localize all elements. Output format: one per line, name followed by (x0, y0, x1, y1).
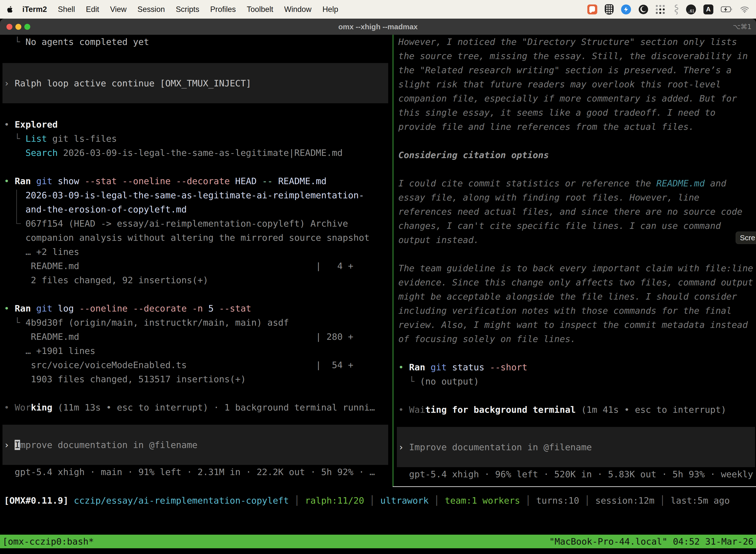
chat-icon[interactable] (587, 4, 597, 14)
apple-logo-icon[interactable] (7, 6, 13, 13)
tmux-status-bar: [omx-cczip0:bash* "MacBook-Pro-44.local"… (0, 535, 756, 548)
prompt-input[interactable]: › Improve documentation in @filename (397, 427, 755, 467)
terminal-line: └ 4b9d30f (origin/main, instructkr/main,… (2, 316, 388, 330)
terminal-line: and-the-erosion-of-copyleft.md (2, 202, 388, 216)
blank-line (397, 388, 755, 403)
terminal-line: src/voice/voiceModeEnabled.ts| 54 + (2, 358, 388, 372)
terminal-line: review. Also, I might want to inspect th… (397, 318, 755, 332)
terminal-line: Search 2026-03-09-is-legal-the-same-as-l… (2, 146, 388, 160)
blank-line (2, 386, 388, 400)
terminal-line: slight risk that future readers may over… (397, 77, 755, 91)
menu-status-icons: ..61 A (587, 4, 749, 15)
menu-item-toolbelt[interactable]: Toolbelt (241, 5, 279, 14)
tmux-session-label: [omx-cczip0:bash* (2, 536, 94, 547)
terminal-line: However, I noticed the "Directory Struct… (397, 35, 755, 49)
menu-item-profiles[interactable]: Profiles (205, 5, 241, 14)
terminal-line: • Ran git log --oneline --decorate -n 5 … (2, 301, 388, 316)
terminal-line: output instead. (397, 233, 755, 247)
prompt-input[interactable]: › Improve documentation in @filename (2, 425, 388, 465)
blank-line (2, 160, 388, 174)
blue-bolt-icon[interactable] (621, 4, 631, 14)
terminal-line: I could cite commit statistics or refere… (397, 176, 755, 190)
menu-item-scripts[interactable]: Scripts (170, 5, 205, 14)
menu-item-view[interactable]: View (105, 5, 132, 14)
window-title: omx --xhigh --madmax (0, 19, 756, 35)
terminal-line: references need actual files, and since … (397, 205, 755, 219)
prompt-input[interactable]: › Ralph loop active continue [OMX_TMUX_I… (2, 63, 388, 103)
menu-item-help[interactable]: Help (317, 5, 344, 14)
window-shortcut-badge: ⌥⌘1 (733, 19, 752, 35)
blank-line (397, 346, 755, 360)
terminal-line: • Working (11m 13s • esc to interrupt) ·… (2, 400, 388, 414)
blank-line (2, 103, 388, 117)
terminal-line: Considering citation options (397, 148, 755, 162)
terminal-line: essay file, along with finding root file… (397, 190, 755, 205)
terminal-line: gpt-5.4 xhigh · 96% left · 520K in · 5.8… (397, 467, 755, 481)
terminal-line: gpt-5.4 xhigh · main · 91% left · 2.31M … (2, 465, 388, 479)
pane-bottom-border (393, 486, 756, 487)
omx-status-line: [OMX#0.11.9] cczip/essay/ai-reimplementa… (2, 493, 754, 508)
terminal-line: the "Related research writing" section i… (397, 63, 755, 77)
menu-bar: iTerm2ShellEditViewSessionScriptsProfile… (0, 0, 756, 19)
terminal-line: provide file and line references from th… (397, 120, 755, 134)
terminal-line: • Ran git status --short (397, 360, 755, 374)
a-square-icon[interactable]: A (703, 4, 713, 14)
terminal-line: └ No agents completed yet (2, 35, 388, 49)
terminal-line: 067f154 (HEAD -> essay/ai-reimplementati… (2, 216, 388, 231)
moon-circle-icon[interactable] (638, 4, 648, 14)
menu-item-window[interactable]: Window (279, 5, 317, 14)
menu-item-iterm2[interactable]: iTerm2 (17, 5, 52, 14)
terminal-line: the source tree, missing the essay. Stil… (397, 49, 755, 63)
tmux-host-clock-label: "MacBook-Pro-44.local" 04:52 31-Mar-26 (549, 536, 754, 547)
menu-item-shell[interactable]: Shell (52, 5, 80, 14)
terminal-line: └ List git ls-files (2, 131, 388, 146)
blank-line (2, 287, 388, 301)
screen-indicator-chip[interactable]: Scre (736, 232, 756, 244)
blank-line (397, 247, 755, 261)
shield-grid-icon[interactable] (605, 4, 614, 15)
terminal-line: • Explored (2, 117, 388, 131)
battery-icon[interactable] (721, 6, 733, 13)
menu-item-session[interactable]: Session (132, 5, 170, 14)
iterm2-window: omx --xhigh --madmax ⌥⌘1 └ No agents com… (0, 19, 756, 554)
omx-status-bar: [OMX#0.11.9] cczip/essay/ai-reimplementa… (2, 493, 754, 508)
terminal-line: changes, I can't cite specific file line… (397, 219, 755, 233)
blank-line (397, 162, 755, 176)
screen-indicator-label: Scre (740, 233, 755, 242)
terminal-line: … +1901 lines (2, 344, 388, 358)
menu-items: iTerm2ShellEditViewSessionScriptsProfile… (17, 5, 344, 14)
window-title-bar: omx --xhigh --madmax ⌥⌘1 (0, 19, 756, 35)
dots-grid-icon[interactable] (656, 5, 665, 14)
terminal-line: of focusing solely on file lines. (397, 332, 755, 346)
terminal-line: including verification notes with those … (397, 303, 755, 318)
terminal-line: this single essay, it seems like a good … (397, 106, 755, 120)
terminal-line: … +2 lines (2, 245, 388, 259)
menu-item-edit[interactable]: Edit (80, 5, 105, 14)
blank-line (2, 49, 388, 63)
terminal-line: The team guideline is to back every impo… (397, 261, 755, 275)
terminal-line: might be acceptable alongside the file l… (397, 289, 755, 303)
squiggle-icon[interactable] (672, 4, 679, 15)
terminal-line: README.md| 4 + (2, 259, 388, 273)
terminal-line: companion file, especially if more comme… (397, 91, 755, 106)
terminal-line: 2026-03-09-is-legal-the-same-as-legitima… (2, 188, 388, 202)
terminal-line: • Ran git show --stat --oneline --decora… (2, 174, 388, 188)
blank-line (397, 134, 755, 148)
terminal-line: companion analysis without altering the … (2, 231, 388, 245)
terminal-line: evidence. Since this change only affects… (397, 275, 755, 289)
pane-divider[interactable] (393, 35, 393, 487)
terminal-pane-right[interactable]: However, I noticed the "Directory Struct… (397, 35, 755, 487)
terminal-line: 1903 files changed, 513517 insertions(+) (2, 372, 388, 386)
blank-line (397, 417, 755, 431)
badge-61-icon[interactable]: ..61 (686, 4, 696, 14)
terminal-line: README.md| 280 + (2, 330, 388, 344)
blank-line (2, 414, 388, 429)
terminal-pane-left[interactable]: └ No agents completed yet› Ralph loop ac… (2, 35, 388, 487)
wifi-icon[interactable] (740, 6, 749, 13)
terminal-line: └ (no output) (397, 374, 755, 388)
terminal-line: • Waiting for background terminal (1m 41… (397, 403, 755, 417)
terminal-line: 2 files changed, 92 insertions(+) (2, 273, 388, 287)
